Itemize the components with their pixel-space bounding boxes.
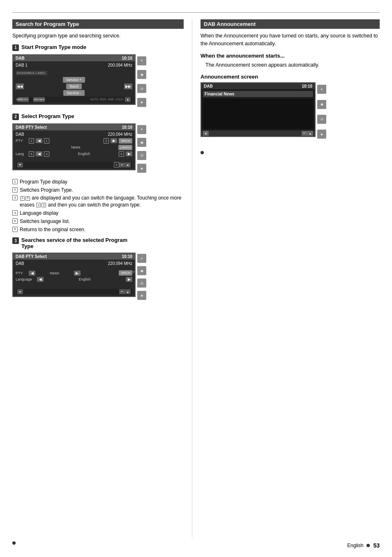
step3-back-icon[interactable]: ↩ bbox=[119, 289, 125, 294]
step3-device-screen: DAB PTY Select 10:10 DAB 220.094 MHz PTY… bbox=[12, 253, 136, 297]
pty-prev[interactable]: ◀ bbox=[36, 138, 42, 143]
note-badge-5: 5 bbox=[12, 218, 18, 224]
step2-side-icon-2[interactable]: ◉ bbox=[137, 138, 146, 147]
spacer bbox=[16, 158, 132, 162]
step3-pty-next[interactable]: ▶ bbox=[74, 271, 81, 276]
step3-lang-label: Language bbox=[16, 277, 35, 281]
pty-next[interactable]: ▶ bbox=[111, 138, 117, 143]
step3-side-icon-4[interactable]: ◈ bbox=[137, 291, 146, 300]
badge6: 6 bbox=[114, 162, 119, 167]
step2-status-bar: ▼ 6 ↩ ▲ bbox=[16, 162, 132, 168]
step3-sub-header: DAB 220.094 MHz bbox=[16, 261, 132, 266]
step2-side-icon-3[interactable]: ◎ bbox=[137, 151, 146, 160]
info-icon[interactable]: INFO bbox=[39, 97, 45, 102]
step3-header-right: 10:10 bbox=[122, 254, 132, 259]
step3-lang-row: Language ◀ English ▶ bbox=[16, 277, 132, 282]
announcement-device-screen: DAB 10:10 Financial News ▼ ↩ ▲ bbox=[201, 82, 316, 137]
step3-badge: 3 bbox=[12, 237, 19, 244]
badge5: 5 bbox=[119, 151, 124, 157]
lang-badge4: 4 bbox=[44, 151, 49, 157]
step3-pty-row: PTY ◀ News ▶ SRCH ☞ bbox=[16, 270, 132, 276]
step2-screen-wrapper: DAB PTY Select 10:10 DAB 220.094 MHz PTY… bbox=[12, 123, 184, 174]
step2-vol-icon[interactable]: ▼ bbox=[17, 162, 23, 167]
step3-side-icon-3[interactable]: ◎ bbox=[137, 278, 146, 288]
service-minus-row: Service - bbox=[16, 90, 132, 96]
lang-icon[interactable]: LANG bbox=[17, 97, 23, 102]
ann-side-icon-4[interactable]: ◈ bbox=[317, 130, 326, 139]
vol-icon[interactable]: ▲ bbox=[125, 97, 131, 102]
step2-back-icon[interactable]: ↩ bbox=[119, 162, 125, 167]
note-item-4: 4 Language display bbox=[12, 210, 184, 217]
side-icon-1[interactable]: ≡ bbox=[137, 56, 146, 65]
ann-header-right: 10:10 bbox=[302, 84, 312, 88]
ann-header-left: DAB bbox=[204, 84, 213, 88]
note-text-1: Program Type display bbox=[20, 179, 67, 186]
inline-badge-4: 4 bbox=[20, 196, 25, 201]
step3-side-icon-1[interactable]: ≡ bbox=[137, 254, 146, 263]
ann-side-icon-2[interactable]: ◉ bbox=[317, 100, 326, 109]
step2-side-icon-1[interactable]: ≡ bbox=[137, 125, 146, 134]
note-item-6: 6 Returns to the original screen. bbox=[12, 226, 184, 233]
pty-label: PTY bbox=[16, 139, 27, 143]
step2-device-screen: DAB PTY Select 10:10 DAB 220.094 MHz PTY… bbox=[12, 123, 136, 170]
step3-news-label: News bbox=[37, 271, 72, 275]
right-bullet-container bbox=[201, 149, 380, 155]
announcement-screen-header: Announcement screen bbox=[201, 74, 380, 80]
loud-label: LOUD bbox=[115, 98, 123, 101]
step1-sub-header: DAB 1 200.094 MHz bbox=[16, 63, 132, 67]
step2-sub-right: 220.094 MHz bbox=[108, 132, 132, 137]
note-text-345: 45 are displayed and you can switch the … bbox=[20, 195, 184, 209]
service-plus-btn[interactable]: Service + bbox=[63, 77, 85, 83]
step2-side-icons: ≡ ◉ ◎ ◈ bbox=[137, 123, 146, 174]
step2-header: 2 Select Program Type bbox=[12, 113, 184, 120]
step2-sub-header: DAB 220.094 MHz bbox=[16, 132, 132, 137]
step1-device-screen: DAB 10:10 DAB 1 200.094 MHz ENSEMBLE LAB… bbox=[12, 54, 136, 105]
ann-vol-icon[interactable]: ▼ bbox=[203, 131, 209, 136]
srch-btn[interactable]: SRCH bbox=[119, 138, 132, 144]
note-item-5: 5 Switches language list. bbox=[12, 218, 184, 225]
section-header-text: Search for Program Type bbox=[16, 21, 79, 27]
when-starts-header: When the announcement starts... bbox=[201, 53, 380, 59]
right-column: DAB Announcement When the Announcement y… bbox=[192, 19, 380, 537]
note-item-1: 1 Program Type display bbox=[12, 179, 184, 186]
auto-label: AUTO bbox=[90, 98, 98, 101]
step1-sub-left: DAB 1 bbox=[16, 63, 28, 67]
ann-side-icon-3[interactable]: ◎ bbox=[317, 115, 326, 124]
pty-num-badge: 2 bbox=[29, 138, 34, 144]
note-badge-3: 3 bbox=[12, 195, 18, 200]
ann-back-icon[interactable]: ↩ bbox=[302, 131, 307, 136]
side-icon-4[interactable]: ◈ bbox=[137, 98, 146, 107]
step3-vol-down-icon[interactable]: ▼ bbox=[17, 289, 23, 294]
step3-srch-label: SRCH bbox=[121, 271, 130, 275]
lang-row: Lang 5 ◀ 4 English 5 ▶ bbox=[16, 151, 132, 157]
step3-vol-up-icon[interactable]: ▲ bbox=[125, 289, 131, 294]
ann-screen-header: DAB 10:10 bbox=[201, 83, 315, 89]
inline-badge-4b: 4 bbox=[36, 203, 41, 207]
prev-btn[interactable]: ◀◀ bbox=[16, 84, 24, 89]
ann-vol-up-icon[interactable]: ▲ bbox=[307, 131, 313, 136]
srv-icon[interactable]: SRV bbox=[33, 97, 39, 102]
ann-body: Financial News bbox=[201, 89, 315, 130]
announcement-header-text: DAB Announcement bbox=[204, 21, 256, 27]
lang-next[interactable]: ▶ bbox=[126, 151, 132, 156]
side-icon-3[interactable]: ◎ bbox=[137, 84, 146, 93]
step2-side-icon-4[interactable]: ◈ bbox=[137, 164, 146, 173]
ann-side-icon-1[interactable]: ≡ bbox=[317, 85, 326, 94]
band-btn[interactable]: Band bbox=[66, 84, 81, 89]
step1-badge: 1 bbox=[12, 44, 19, 51]
step3-lang-next[interactable]: ▶ bbox=[126, 277, 132, 282]
side-icon-2[interactable]: ◉ bbox=[137, 70, 146, 79]
step3-srch-btn[interactable]: SRCH ☞ bbox=[119, 270, 132, 276]
step2-badge: 2 bbox=[12, 114, 19, 120]
pty-icon[interactable]: PTY bbox=[23, 97, 29, 102]
inline-badge-5: 5 bbox=[25, 196, 30, 201]
step3-lang-prev[interactable]: ◀ bbox=[37, 277, 44, 282]
step3-device-body: DAB 220.094 MHz PTY ◀ News ▶ SRC bbox=[13, 260, 135, 296]
service-minus-btn[interactable]: Service - bbox=[63, 90, 85, 96]
lang-prev[interactable]: ◀ bbox=[36, 151, 42, 156]
step3-pty-prev[interactable]: ◀ bbox=[29, 271, 35, 276]
step2-vol-up-icon[interactable]: ▲ bbox=[125, 162, 131, 167]
english-label: English bbox=[51, 152, 117, 156]
step3-side-icon-2[interactable]: ◉ bbox=[137, 266, 146, 275]
next-btn[interactable]: ▶▶ bbox=[124, 84, 132, 89]
